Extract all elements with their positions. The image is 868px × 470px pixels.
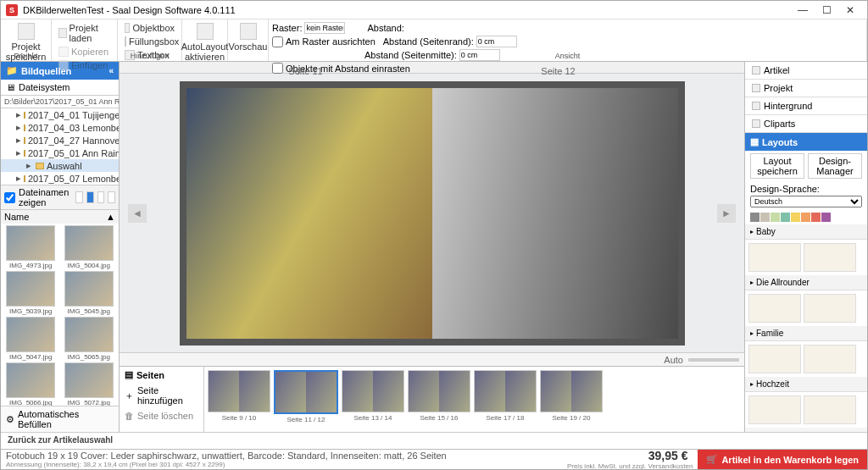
fill-icon xyxy=(125,36,126,47)
window-title: DKBilderweltenTest - Saal Design Softwar… xyxy=(23,5,236,15)
path-display[interactable]: D:\Bilder\2017\2017_05_01 Ann Rainshooti… xyxy=(1,96,119,108)
ribbon-group-projekt: Projekt xyxy=(1,52,51,60)
layout-preset[interactable] xyxy=(804,395,856,424)
view-list-icon[interactable] xyxy=(75,191,83,203)
image-thumb[interactable]: IMG_4973.jpg xyxy=(3,225,59,269)
color-swatch[interactable] xyxy=(760,213,770,222)
image-thumb[interactable]: IMG_5072.jpg xyxy=(61,362,118,406)
margin-input[interactable] xyxy=(476,36,517,47)
page-spread-thumb[interactable]: Seite 11 / 12 xyxy=(274,370,338,429)
design-lang-label: Design-Sprache: xyxy=(750,184,862,194)
cart-icon: 🛒 xyxy=(706,454,718,465)
color-swatch[interactable] xyxy=(771,213,780,222)
projekt-tab[interactable]: Projekt xyxy=(745,80,867,97)
view-detail-icon[interactable] xyxy=(108,191,115,203)
seiten-tab[interactable]: ▤Seiten xyxy=(120,367,203,383)
design-manager-button[interactable]: Design-Manager xyxy=(808,153,862,179)
preview-button[interactable]: Vorschau xyxy=(231,21,264,53)
tree-folder[interactable]: ▸2017_05_01 Ann Rains… xyxy=(1,147,119,159)
layout-group-header[interactable]: ▸Familie xyxy=(745,326,867,341)
abstand-label: Abstand: xyxy=(367,23,403,33)
prev-page-button[interactable]: ◄ xyxy=(128,204,147,223)
view-large-icon[interactable] xyxy=(97,191,105,203)
page-left[interactable] xyxy=(186,88,432,339)
titlebar: S DKBilderweltenTest - Saal Design Softw… xyxy=(1,1,867,19)
grid-align-checkbox[interactable] xyxy=(272,36,283,47)
objektbox-button[interactable]: Objektbox xyxy=(121,21,178,35)
photo-left[interactable] xyxy=(186,88,432,339)
page-spread-thumb[interactable]: Seite 15 / 16 xyxy=(408,370,470,429)
autofill-button[interactable]: ⚙Automatisches Befüllen xyxy=(1,406,119,432)
page-spread-thumb[interactable]: Seite 13 / 14 xyxy=(342,370,404,429)
layout-preset[interactable] xyxy=(804,345,856,373)
image-thumb[interactable]: IMG_5066.jpg xyxy=(3,362,59,406)
layout-group-header[interactable]: ▸Die Allrounder xyxy=(745,275,867,290)
layout-preset[interactable] xyxy=(804,294,856,323)
tree-folder[interactable]: ▸2017_04_27 Hannover … xyxy=(1,134,119,147)
product-desc: Fotobuch 19 x 19 Cover: Leder saphirschw… xyxy=(6,451,447,461)
add-to-cart-button[interactable]: 🛒Artikel in den Warenkorb legen xyxy=(698,450,867,469)
next-page-button[interactable]: ► xyxy=(717,204,736,223)
image-thumb[interactable]: IMG_5045.jpg xyxy=(61,271,118,315)
color-swatch[interactable] xyxy=(750,213,760,222)
color-swatch[interactable] xyxy=(781,213,790,222)
tree-folder[interactable]: ▸2017_04_03 Lemonbe… xyxy=(1,121,119,134)
layout-preset[interactable] xyxy=(748,345,801,373)
layout-preset[interactable] xyxy=(804,243,856,272)
raster-input[interactable] xyxy=(304,22,345,34)
image-thumb[interactable]: IMG_5004.jpg xyxy=(61,225,118,269)
minimize-button[interactable]: — xyxy=(791,2,815,19)
close-button[interactable]: ✕ xyxy=(838,2,862,19)
layout-grid xyxy=(745,290,867,326)
folder-icon xyxy=(58,28,67,38)
page-spread-thumb[interactable]: Seite 9 / 10 xyxy=(208,370,270,429)
image-thumb[interactable]: IMG_5039.jpg xyxy=(3,271,59,315)
zoom-slider[interactable] xyxy=(688,358,739,362)
show-names-checkbox[interactable] xyxy=(4,192,15,203)
fuellungsbox-button[interactable]: Füllungsbox xyxy=(121,35,178,48)
tree-folder[interactable]: ▸2017_04_01 Tujijenge … xyxy=(1,108,119,121)
design-lang-select[interactable]: Deutsch xyxy=(750,196,862,207)
star-icon xyxy=(752,119,760,128)
load-project-button[interactable]: Projekt laden xyxy=(55,21,114,45)
folder-tree: ▸2017_04_01 Tujijenge …▸2017_04_03 Lemon… xyxy=(1,108,119,185)
copy-button[interactable]: Kopieren xyxy=(55,45,114,58)
paste-button[interactable]: Einfügen xyxy=(55,58,114,72)
page-spread-thumb[interactable]: Seite 17 / 18 xyxy=(474,370,537,429)
dimensions-label: Abmessung (Innenseite): 38,2 x 19,4 cm (… xyxy=(6,461,447,468)
eye-icon xyxy=(240,23,257,40)
page-right[interactable] xyxy=(432,88,678,339)
color-swatch[interactable] xyxy=(791,213,800,222)
page-left-label: Seite 11 xyxy=(180,66,432,76)
price-label: 39,95 € xyxy=(648,449,693,462)
color-swatch[interactable] xyxy=(821,213,831,222)
delete-page-button[interactable]: 🗑Seite löschen xyxy=(120,408,203,423)
ribbon-group-ansicht: Ansicht xyxy=(269,52,866,60)
color-swatch[interactable] xyxy=(801,213,810,222)
back-to-article-link[interactable]: Zurück zur Artikelauswahl xyxy=(1,432,867,449)
tree-folder[interactable]: ▸Auswahl xyxy=(1,159,119,172)
save-icon xyxy=(18,23,35,40)
tree-folder[interactable]: ▸2017_05_07 Lemonbe… xyxy=(1,172,119,185)
maximize-button[interactable]: ☐ xyxy=(815,2,838,19)
autolayout-button[interactable]: AutoLayout aktivieren xyxy=(186,21,224,64)
add-page-button[interactable]: ＋Seite hinzufügen xyxy=(120,383,203,408)
image-thumb[interactable]: IMG_5065.jpg xyxy=(61,317,118,361)
layouts-header[interactable]: ▦Layouts xyxy=(745,133,867,151)
view-grid-icon[interactable] xyxy=(86,191,94,203)
save-layout-button[interactable]: Layout speichern xyxy=(750,153,804,179)
photo-right[interactable] xyxy=(432,88,678,339)
sort-label[interactable]: Name xyxy=(4,212,29,222)
cliparts-tab[interactable]: Cliparts xyxy=(745,115,867,133)
dateisystem-tab[interactable]: 🖥Dateisystem xyxy=(1,80,119,96)
layout-preset[interactable] xyxy=(748,395,801,424)
layout-preset[interactable] xyxy=(748,294,801,323)
hintergrund-tab[interactable]: Hintergrund xyxy=(745,97,867,115)
zoom-label[interactable]: Auto xyxy=(664,355,683,365)
color-swatch[interactable] xyxy=(811,213,821,222)
layout-preset[interactable] xyxy=(748,243,801,272)
image-thumb[interactable]: IMG_5047.jpg xyxy=(3,317,59,361)
layout-group-header[interactable]: ▸Baby xyxy=(745,224,867,240)
layout-group-header[interactable]: ▸Hochzeit xyxy=(745,377,867,392)
page-spread-thumb[interactable]: Seite 19 / 20 xyxy=(540,370,603,429)
